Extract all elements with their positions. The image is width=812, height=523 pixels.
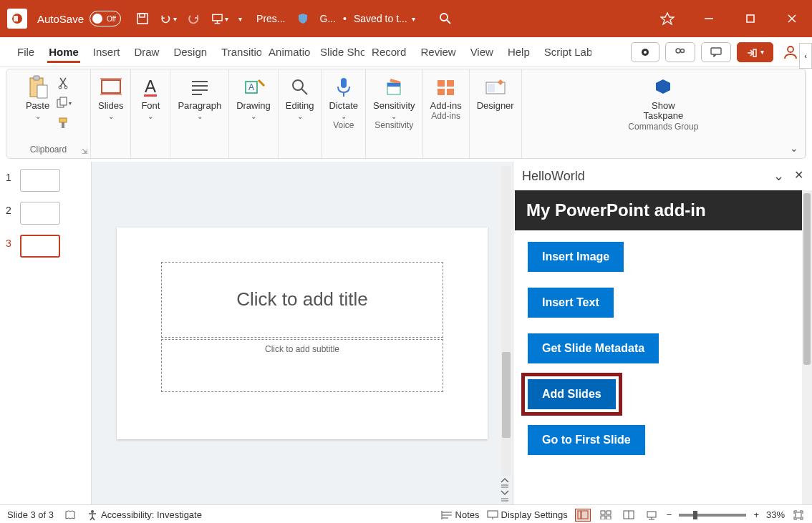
- tab-animations[interactable]: Animatio: [261, 37, 313, 67]
- save-icon[interactable]: [134, 10, 151, 27]
- subtitle-placeholder[interactable]: Click to add subtitle: [161, 339, 443, 392]
- saved-chevron-icon[interactable]: ▾: [412, 15, 415, 23]
- thumbnail-panel: 1 2 3: [0, 162, 92, 504]
- reading-view-icon[interactable]: [621, 509, 637, 522]
- svg-rect-4: [213, 14, 222, 20]
- addins-button[interactable]: Add-ins: [430, 72, 462, 111]
- show-taskpane-button[interactable]: Show Taskpane: [638, 72, 688, 122]
- tab-record[interactable]: Record: [364, 37, 413, 67]
- notes-button[interactable]: Notes: [441, 509, 480, 520]
- cut-icon[interactable]: [56, 75, 72, 91]
- svg-rect-22: [37, 85, 47, 98]
- share-pill[interactable]: ▾: [737, 42, 773, 62]
- shield-icon[interactable]: [294, 10, 311, 27]
- taskpane-close-icon[interactable]: ✕: [794, 168, 803, 184]
- comments-pill[interactable]: [701, 42, 731, 62]
- paste-button[interactable]: Paste ⌄: [26, 72, 50, 120]
- zoom-label[interactable]: 33%: [766, 509, 785, 520]
- fit-window-icon[interactable]: [792, 509, 805, 522]
- slides-button[interactable]: Slides⌄: [98, 72, 123, 120]
- tab-home[interactable]: Home: [42, 37, 86, 67]
- undo-icon[interactable]: ▾: [160, 10, 177, 27]
- zoom-slider[interactable]: [679, 514, 746, 517]
- minimize-button[interactable]: [696, 6, 722, 31]
- svg-point-19: [788, 47, 793, 52]
- editing-button[interactable]: Editing⌄: [286, 72, 314, 120]
- taskpane-side-tab[interactable]: ‹: [799, 43, 812, 69]
- premium-icon[interactable]: [659, 10, 676, 27]
- dot: •: [343, 13, 347, 24]
- designer-button[interactable]: Designer: [477, 72, 514, 111]
- tab-file[interactable]: File: [10, 37, 42, 67]
- svg-rect-10: [747, 15, 754, 22]
- svg-rect-51: [488, 84, 495, 92]
- slide-canvas[interactable]: Click to add title Click to add subtitle: [117, 228, 488, 439]
- font-button[interactable]: AFont⌄: [138, 72, 163, 120]
- svg-point-15: [676, 49, 680, 53]
- book-icon[interactable]: [64, 509, 77, 522]
- zoom-out-icon[interactable]: −: [667, 509, 672, 520]
- autosave-toggle[interactable]: AutoSave Off: [37, 11, 121, 26]
- clipboard-launcher-icon[interactable]: ⇲: [82, 147, 87, 155]
- tab-draw[interactable]: Draw: [127, 37, 166, 67]
- svg-point-16: [681, 49, 685, 52]
- taskpane-header: HelloWorld ⌄ ✕: [513, 162, 812, 190]
- drawing-button[interactable]: ADrawing⌄: [236, 72, 271, 120]
- title-placeholder[interactable]: Click to add title: [161, 262, 443, 338]
- normal-view-icon[interactable]: [575, 509, 591, 522]
- dictate-button[interactable]: Dictate⌄: [329, 72, 358, 120]
- thumb-2[interactable]: 2: [6, 202, 85, 225]
- svg-rect-28: [62, 122, 64, 128]
- tab-view[interactable]: View: [463, 37, 501, 67]
- taskpane-scrollbar[interactable]: [802, 190, 812, 504]
- tab-design[interactable]: Design: [166, 37, 214, 67]
- copy-icon[interactable]: ▾: [56, 95, 72, 111]
- svg-rect-48: [438, 89, 445, 95]
- svg-rect-17: [711, 48, 721, 54]
- vertical-scrollbar[interactable]: [501, 166, 511, 476]
- slide-indicator[interactable]: Slide 3 of 3: [7, 509, 54, 520]
- svg-rect-45: [387, 83, 400, 87]
- tab-insert[interactable]: Insert: [86, 37, 127, 67]
- svg-rect-70: [647, 512, 656, 517]
- ribbon-collapse-icon[interactable]: ⌄: [790, 142, 798, 154]
- tab-scriptlab[interactable]: Script Lab: [537, 37, 591, 67]
- tab-review[interactable]: Review: [413, 37, 463, 67]
- taskpane-title: HelloWorld: [522, 169, 585, 184]
- qat-more-icon[interactable]: ▾: [238, 15, 242, 23]
- svg-rect-18: [753, 49, 756, 57]
- close-button[interactable]: [779, 6, 805, 31]
- get-slide-metadata-button[interactable]: Get Slide Metadata: [528, 333, 659, 363]
- add-slides-button[interactable]: Add Slides: [528, 379, 616, 409]
- record-pill[interactable]: [631, 42, 659, 62]
- thumb-1[interactable]: 1: [6, 169, 85, 192]
- svg-point-40: [293, 80, 303, 90]
- sorter-view-icon[interactable]: [598, 509, 614, 522]
- insert-image-button[interactable]: Insert Image: [528, 242, 624, 272]
- svg-rect-42: [341, 78, 347, 88]
- search-icon[interactable]: [437, 10, 454, 27]
- saved-status[interactable]: Saved to t...: [354, 13, 407, 24]
- tab-slideshow[interactable]: Slide Sho: [313, 37, 364, 67]
- sensitivity-button[interactable]: Sensitivity⌄: [373, 72, 415, 120]
- tab-help[interactable]: Help: [501, 37, 537, 67]
- redo-icon[interactable]: [185, 10, 203, 27]
- slide-nav-arrows[interactable]: [500, 476, 510, 502]
- insert-text-button[interactable]: Insert Text: [528, 288, 614, 318]
- present-icon[interactable]: ▾: [211, 10, 228, 27]
- svg-rect-64: [601, 511, 605, 514]
- teams-pill[interactable]: [665, 42, 695, 62]
- slideshow-view-icon[interactable]: [644, 509, 659, 522]
- display-settings-button[interactable]: Display Settings: [487, 509, 568, 520]
- taskpane-dropdown-icon[interactable]: ⌄: [773, 168, 784, 184]
- svg-rect-3: [140, 14, 145, 17]
- maximize-button[interactable]: [738, 6, 763, 31]
- thumb-3[interactable]: 3: [6, 235, 85, 258]
- zoom-in-icon[interactable]: +: [753, 509, 759, 520]
- accessibility-button[interactable]: Accessibility: Investigate: [87, 509, 202, 521]
- go-to-first-slide-button[interactable]: Go to First Slide: [528, 425, 645, 455]
- tab-transitions[interactable]: Transitio: [214, 37, 261, 67]
- paragraph-button[interactable]: Paragraph⌄: [178, 72, 221, 120]
- format-painter-icon[interactable]: [56, 115, 72, 131]
- doc-name[interactable]: Pres...: [256, 13, 285, 24]
